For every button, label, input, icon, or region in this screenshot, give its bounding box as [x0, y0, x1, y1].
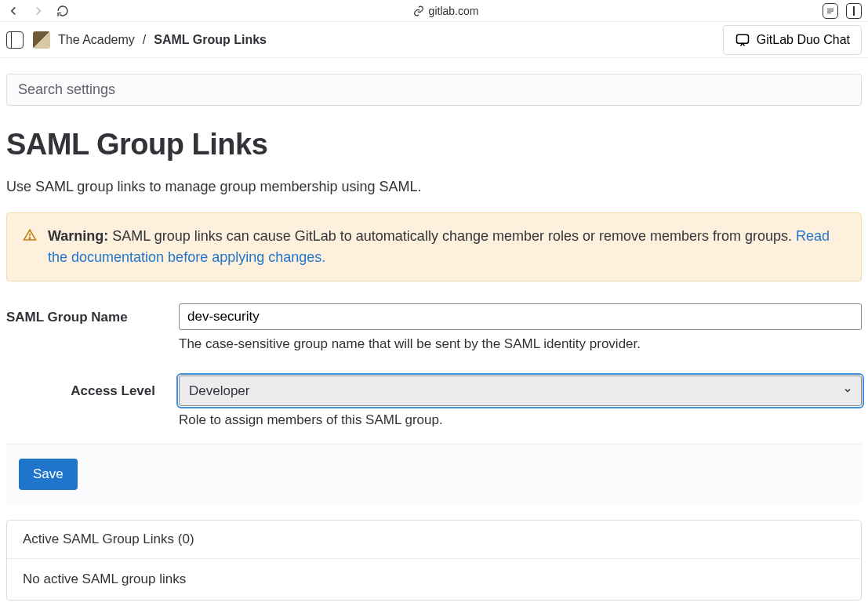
panels-icon[interactable] [846, 3, 862, 19]
link-icon [413, 5, 424, 16]
active-links-header: Active SAML Group Links (0) [7, 521, 861, 559]
active-saml-group-links-card: Active SAML Group Links (0) No active SA… [6, 520, 862, 601]
sidebar-toggle-icon[interactable] [6, 31, 24, 49]
page-title: SAML Group Links [6, 128, 862, 161]
saml-group-name-input[interactable] [179, 303, 862, 330]
back-icon[interactable] [6, 4, 20, 18]
group-avatar [33, 31, 50, 49]
reload-icon[interactable] [56, 5, 69, 17]
svg-rect-0 [736, 34, 748, 43]
page-description: Use SAML group links to manage group mem… [6, 179, 862, 195]
breadcrumb: The Academy / SAML Group Links [33, 31, 267, 49]
warning-icon [23, 227, 37, 268]
address-bar[interactable]: gitlab.com [78, 5, 813, 17]
svg-point-1 [29, 238, 31, 239]
saml-group-link-form: SAML Group Name The case-sensitive group… [6, 296, 862, 504]
access-level-label: Access Level [6, 376, 155, 399]
address-text: gitlab.com [429, 5, 479, 17]
warning-text: SAML group links can cause GitLab to aut… [108, 228, 796, 244]
gitlab-duo-chat-button[interactable]: GitLab Duo Chat [723, 25, 862, 55]
duo-chat-icon [735, 32, 750, 48]
duo-chat-label: GitLab Duo Chat [757, 33, 850, 47]
browser-chrome: gitlab.com [0, 0, 868, 22]
app-bar: The Academy / SAML Group Links GitLab Du… [0, 22, 868, 58]
access-level-help: Role to assign members of this SAML grou… [179, 412, 862, 428]
saml-group-name-help: The case-sensitive group name that will … [179, 336, 862, 352]
active-links-empty: No active SAML group links [7, 559, 861, 600]
search-settings-input[interactable] [6, 74, 862, 106]
reader-icon[interactable] [823, 3, 838, 19]
warning-prefix: Warning: [48, 228, 108, 244]
forward-icon[interactable] [31, 4, 45, 18]
breadcrumb-current: SAML Group Links [154, 33, 267, 47]
breadcrumb-separator: / [143, 33, 146, 47]
save-button[interactable]: Save [19, 459, 78, 490]
breadcrumb-group[interactable]: The Academy [58, 33, 135, 47]
saml-group-name-label: SAML Group Name [6, 303, 155, 325]
warning-alert: Warning: SAML group links can cause GitL… [6, 212, 862, 281]
access-level-select[interactable]: Developer [179, 376, 862, 406]
